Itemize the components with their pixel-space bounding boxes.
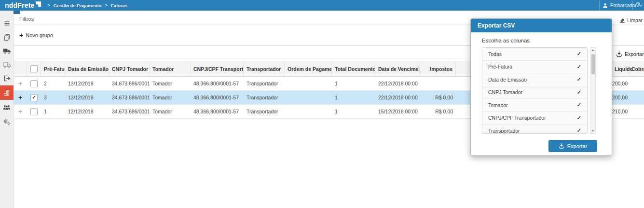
clear-filter-button[interactable]: Limpar filtro [619,17,644,23]
app-logo[interactable]: nddFrete [5,1,41,9]
header-data-emissao-label: Data de Emissão [68,66,109,72]
cell-pre-fatura: 2 [41,77,65,90]
option-tomador[interactable]: Tomador ✓ [482,99,587,112]
expand-row-button[interactable]: + [14,91,27,104]
scrollbar-thumb[interactable] [591,54,595,74]
row-checkbox-checked[interactable]: ✓ [30,94,38,101]
header-impostos[interactable]: Impostos [420,61,456,76]
cell-total-documentos: 1 [332,105,375,118]
cell-impostos [420,77,456,90]
option-cnpj-tomador[interactable]: CNPJ Tomador ✓ [482,86,587,99]
breadcrumb-sep-icon: > [105,3,108,8]
option-label: CNPJ Tomador [488,89,522,95]
row-checkbox[interactable] [30,108,38,115]
cell-ordem-pagamento [285,77,332,90]
row-checkbox-cell[interactable] [27,77,41,90]
header-expand-column [14,61,27,76]
cell-cnpj-cpf-transportador: 48.366.800/0001-57 [191,105,244,118]
export-button-label: Exportar [567,143,588,149]
row-checkbox[interactable] [30,80,38,87]
active-tab-notch [14,11,20,14]
breadcrumb-gestao-pagamento[interactable]: Gestão de Pagamento [54,3,102,8]
check-icon: ✓ [577,127,581,134]
expand-row-button[interactable]: + [14,105,27,118]
export-button[interactable]: Exportar [548,140,597,152]
export-csv-link-label: Exportar CSV [625,51,644,57]
cell-cnpj-cpf-transportador: 48.366.800/0001-57 [191,77,244,90]
option-pre-fatura[interactable]: Pré-Fatura ✓ [482,61,587,74]
cell-tomador: Tomador [150,91,191,104]
plus-icon: + [19,33,23,38]
cell-impostos: R$ 0,00 [420,105,456,118]
cell-impostos: R$ 0,00 [420,91,456,104]
list-scrollbar[interactable] [590,47,596,134]
settings-gears-icon[interactable] [0,115,14,129]
modal-subtitle: Escolha as colunas [482,38,530,43]
option-label: CNPJ/CPF Transportador [488,115,546,121]
filters-title: Filtros [19,16,34,22]
option-label: Transportador [488,128,520,134]
header-total-documentos[interactable]: Total Documentos [332,61,375,76]
check-icon: ✓ [577,51,581,57]
download-icon [616,51,622,57]
scroll-up-arrow-icon[interactable] [591,49,594,51]
cell-pre-fatura: 3 [41,91,65,104]
option-data-emissao[interactable]: Data de Emissão ✓ [482,73,587,86]
option-cnpj-cpf-transportador[interactable]: CNPJ/CPF Transportador ✓ [482,112,587,125]
header-transportador[interactable]: Transportador [244,61,285,76]
header-ordem-pagamento[interactable]: Ordem de Pagamento [285,61,332,76]
cell-transportador: Transportador [244,91,285,104]
cell-total-documentos: 1 [332,91,375,104]
scroll-down-arrow-icon[interactable] [591,130,594,132]
header-data-emissao[interactable]: Data de Emissão ↓ [65,61,109,76]
export-csv-modal: Exportar CSV Escolha as colunas Todas ✓ … [470,18,612,156]
header-cobranca[interactable]: Cobra [631,61,644,76]
truck-icon[interactable] [0,44,14,58]
cell-data-emissao: 13/12/2018 [65,77,109,90]
new-group-label: Novo grupo [26,32,53,38]
option-todas[interactable]: Todas ✓ [482,48,587,61]
cell-data-emissao: 12/12/2018 [65,105,109,118]
header-tomador[interactable]: Tomador [150,61,191,76]
header-liquido[interactable]: Líquido [615,61,633,76]
option-label: Todas [488,51,502,57]
clear-filter-label: Limpar filtro [627,17,644,23]
select-all-checkbox[interactable] [30,65,38,72]
export-csv-link[interactable]: Exportar CSV [616,51,644,57]
modal-title: Exportar CSV [471,19,612,32]
documents-icon[interactable] [0,30,14,44]
breadcrumb-faturas[interactable]: Faturas [111,3,127,8]
header-cnpj-tomador[interactable]: CNPJ Tomador [109,61,150,76]
cell-cnpj-tomador: 34.673.686/0001-01 [109,91,150,104]
header-cnpj-cpf-transportador[interactable]: CNPJ/CPF Transportador [191,61,244,76]
header-select-all[interactable] [27,61,41,76]
cell-data-emissao: 13/12/2018 [65,91,109,104]
new-group-button[interactable]: + Novo grupo [19,32,53,38]
option-transportador[interactable]: Transportador ✓ [482,125,587,134]
topbar-divider [599,1,600,10]
expand-row-button[interactable]: + [14,77,27,90]
topbar-divider [632,1,633,10]
option-label: Data de Emissão [488,77,527,83]
row-checkbox-cell[interactable] [27,105,41,118]
eraser-icon [619,17,625,23]
header-pre-fatura[interactable]: Pré-Fatura [41,61,65,76]
header-data-vencimento[interactable]: Data de Vencimento [375,61,420,76]
app-logo-text: nddFrete [5,1,35,9]
cell-total-documentos: 1 [332,77,375,90]
row-checkbox-cell[interactable]: ✓ [27,91,41,104]
cell-data-vencimento: 22/12/2018 00:00 [375,91,420,104]
help-icon[interactable]: ? [636,0,640,9]
download-icon [559,143,564,149]
users-icon[interactable] [0,100,14,114]
export-icon[interactable] [0,71,14,85]
cell-cnpj-tomador: 34.673.686/0001-01 [109,105,150,118]
column-options-list: Todas ✓ Pré-Fatura ✓ Data de Emissão ✓ C… [482,47,588,134]
menu-icon[interactable] [0,16,14,30]
cell-tomador: Tomador [150,77,191,90]
payment-hand-icon[interactable] [0,85,14,100]
check-icon: ✓ [577,102,581,108]
truck-outline-icon[interactable] [0,58,14,72]
check-icon: ✓ [577,76,581,83]
option-label: Tomador [488,102,508,108]
